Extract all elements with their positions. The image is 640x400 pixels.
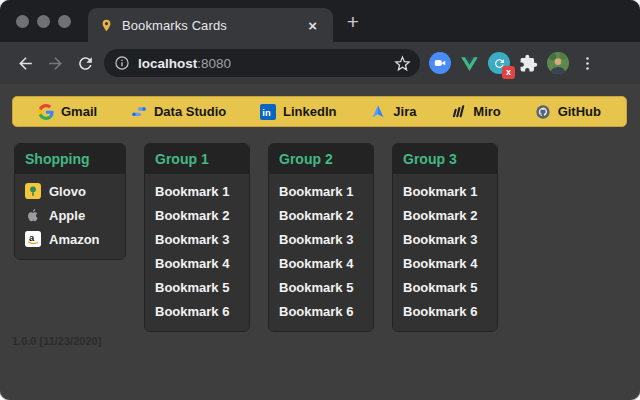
extensions-puzzle-icon[interactable] xyxy=(519,54,538,73)
extension-error-badge: x xyxy=(502,66,515,79)
list-item-apple[interactable]: Apple xyxy=(25,203,115,227)
new-tab-button[interactable]: + xyxy=(340,9,366,35)
cards-row: Shopping Glovo xyxy=(14,143,498,332)
list-item[interactable]: Bookmark 2 xyxy=(403,203,487,227)
tab-favicon-pin-icon xyxy=(100,19,113,32)
screenshot-stage: Bookmarks Cards × + localhost:8080 xyxy=(0,0,640,400)
bookmark-gmail[interactable]: Gmail xyxy=(38,104,97,120)
list-item[interactable]: Bookmark 4 xyxy=(403,251,487,275)
url-host: localhost xyxy=(138,56,197,71)
list-item-label: Bookmark 1 xyxy=(279,184,353,199)
window-controls xyxy=(16,15,71,28)
list-item-label: Bookmark 3 xyxy=(403,232,477,247)
list-item-label: Apple xyxy=(49,208,85,223)
list-item-label: Bookmark 3 xyxy=(279,232,353,247)
list-item[interactable]: Bookmark 3 xyxy=(279,227,363,251)
sync-extension-icon[interactable]: x xyxy=(488,52,510,74)
card-body: Bookmark 1 Bookmark 2 Bookmark 3 Bookmar… xyxy=(145,174,249,331)
browser-tab[interactable]: Bookmarks Cards × xyxy=(88,8,333,42)
reload-button[interactable] xyxy=(70,48,100,78)
list-item-glovo[interactable]: Glovo xyxy=(25,179,115,203)
app-version-text: 1.0.0 [11/23/2020] xyxy=(12,335,101,347)
browser-toolbar: localhost:8080 x xyxy=(0,42,640,84)
window-close-button[interactable] xyxy=(16,15,29,28)
jira-icon xyxy=(370,104,386,120)
glovo-icon xyxy=(25,183,41,199)
google-g-icon xyxy=(38,104,54,120)
list-item[interactable]: Bookmark 5 xyxy=(155,275,239,299)
list-item[interactable]: Bookmark 6 xyxy=(403,299,487,323)
list-item[interactable]: Bookmark 1 xyxy=(279,179,363,203)
address-bar[interactable]: localhost:8080 xyxy=(104,49,420,77)
list-item[interactable]: Bookmark 1 xyxy=(403,179,487,203)
card-title: Group 3 xyxy=(393,144,497,174)
tab-title: Bookmarks Cards xyxy=(122,18,304,33)
bookmark-label: GitHub xyxy=(558,104,601,119)
browser-window: Bookmarks Cards × + localhost:8080 xyxy=(0,0,640,400)
list-item[interactable]: Bookmark 4 xyxy=(155,251,239,275)
card-group-2: Group 2 Bookmark 1 Bookmark 2 Bookmark 3… xyxy=(268,143,374,332)
data-studio-icon xyxy=(131,104,147,120)
bookmark-github[interactable]: GitHub xyxy=(535,104,601,120)
browser-menu-button[interactable] xyxy=(578,53,596,73)
list-item-label: Bookmark 2 xyxy=(155,208,229,223)
bookmark-data-studio[interactable]: Data Studio xyxy=(131,104,226,120)
video-camera-icon xyxy=(433,56,447,70)
svg-text:a: a xyxy=(29,233,35,243)
list-item[interactable]: Bookmark 2 xyxy=(155,203,239,227)
card-shopping: Shopping Glovo xyxy=(14,143,126,260)
tab-strip: Bookmarks Cards × + xyxy=(0,0,640,42)
amazon-icon: a xyxy=(25,231,41,247)
linkedin-icon: in xyxy=(260,104,276,120)
list-item[interactable]: Bookmark 6 xyxy=(155,299,239,323)
list-item-label: Glovo xyxy=(49,184,86,199)
card-body: Glovo Apple a xyxy=(15,174,125,259)
list-item[interactable]: Bookmark 5 xyxy=(403,275,487,299)
list-item[interactable]: Bookmark 2 xyxy=(279,203,363,227)
avatar-image xyxy=(547,52,569,74)
list-item-label: Bookmark 6 xyxy=(279,304,353,319)
card-title: Group 2 xyxy=(269,144,373,174)
card-title: Shopping xyxy=(15,144,125,174)
tab-close-icon[interactable]: × xyxy=(304,16,321,35)
list-item-label: Bookmark 2 xyxy=(403,208,477,223)
list-item-label: Bookmark 5 xyxy=(279,280,353,295)
list-item-amazon[interactable]: a Amazon xyxy=(25,227,115,251)
back-button[interactable] xyxy=(10,48,40,78)
vue-devtools-icon[interactable] xyxy=(460,54,479,73)
bookmark-jira[interactable]: Jira xyxy=(370,104,416,120)
forward-button[interactable] xyxy=(40,48,70,78)
bookmark-star-icon[interactable] xyxy=(394,55,411,72)
card-body: Bookmark 1 Bookmark 2 Bookmark 3 Bookmar… xyxy=(393,174,497,331)
site-info-icon[interactable] xyxy=(114,55,130,71)
svg-text:in: in xyxy=(262,108,271,118)
list-item-label: Bookmark 6 xyxy=(403,304,477,319)
card-body: Bookmark 1 Bookmark 2 Bookmark 3 Bookmar… xyxy=(269,174,373,331)
list-item-label: Bookmark 4 xyxy=(403,256,477,271)
miro-icon xyxy=(450,104,466,120)
forward-arrow-icon xyxy=(46,54,65,73)
list-item[interactable]: Bookmark 3 xyxy=(155,227,239,251)
bookmark-label: Jira xyxy=(393,104,416,119)
list-item[interactable]: Bookmark 4 xyxy=(279,251,363,275)
list-item[interactable]: Bookmark 3 xyxy=(403,227,487,251)
bookmarks-bar: Gmail Data Studio in LinkedIn xyxy=(12,96,627,127)
window-zoom-button[interactable] xyxy=(58,15,71,28)
card-group-3: Group 3 Bookmark 1 Bookmark 2 Bookmark 3… xyxy=(392,143,498,332)
card-group-1: Group 1 Bookmark 1 Bookmark 2 Bookmark 3… xyxy=(144,143,250,332)
bookmark-label: Gmail xyxy=(61,104,97,119)
bookmark-linkedin[interactable]: in LinkedIn xyxy=(260,104,336,120)
list-item[interactable]: Bookmark 1 xyxy=(155,179,239,203)
url-text: localhost:8080 xyxy=(138,56,231,71)
bookmark-label: Data Studio xyxy=(154,104,226,119)
list-item-label: Bookmark 3 xyxy=(155,232,229,247)
profile-avatar[interactable] xyxy=(547,52,569,74)
window-minimize-button[interactable] xyxy=(37,15,50,28)
bookmark-miro[interactable]: Miro xyxy=(450,104,500,120)
list-item-label: Bookmark 5 xyxy=(155,280,229,295)
list-item[interactable]: Bookmark 5 xyxy=(279,275,363,299)
back-arrow-icon xyxy=(16,54,35,73)
extensions-area: x xyxy=(429,52,596,74)
zoom-extension-icon[interactable] xyxy=(429,52,451,74)
list-item[interactable]: Bookmark 6 xyxy=(279,299,363,323)
